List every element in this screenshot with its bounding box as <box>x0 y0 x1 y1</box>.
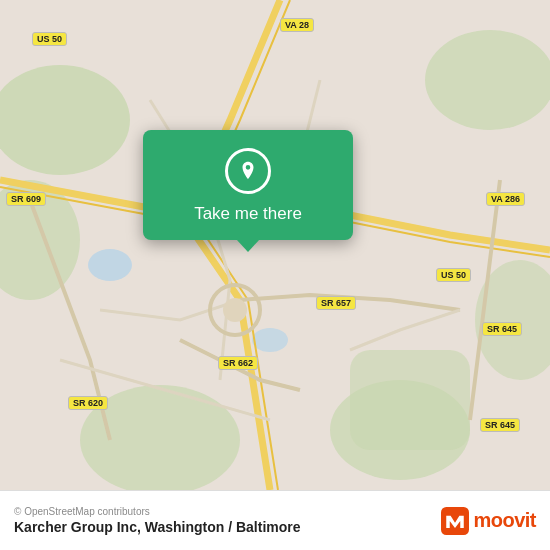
location-pin-icon <box>237 160 259 182</box>
moovit-logo[interactable]: moovit <box>441 507 536 535</box>
road-badge-sr657: SR 657 <box>316 296 356 310</box>
copyright-text: © OpenStreetMap contributors <box>14 506 301 517</box>
road-badge-sr645-bot: SR 645 <box>480 418 520 432</box>
svg-point-8 <box>88 249 132 281</box>
svg-point-9 <box>252 328 288 352</box>
business-name: Karcher Group Inc, Washington / Baltimor… <box>14 519 301 535</box>
footer-info: © OpenStreetMap contributors Karcher Gro… <box>14 506 301 535</box>
moovit-icon <box>441 507 469 535</box>
moovit-text: moovit <box>473 509 536 532</box>
road-badge-sr645-top: SR 645 <box>482 322 522 336</box>
take-me-there-button[interactable]: Take me there <box>194 204 302 224</box>
road-badge-us50-top: US 50 <box>32 32 67 46</box>
map-view: US 50VA 28SR 609VA 286US 50SR 657SR 645S… <box>0 0 550 490</box>
svg-point-11 <box>223 298 247 322</box>
svg-rect-12 <box>441 507 469 535</box>
road-badge-us50-right: US 50 <box>436 268 471 282</box>
location-popup[interactable]: Take me there <box>143 130 353 240</box>
location-icon-circle <box>225 148 271 194</box>
road-badge-sr620: SR 620 <box>68 396 108 410</box>
footer-bar: © OpenStreetMap contributors Karcher Gro… <box>0 490 550 550</box>
road-badge-sr609: SR 609 <box>6 192 46 206</box>
svg-rect-7 <box>350 350 470 450</box>
road-badge-sr662: SR 662 <box>218 356 258 370</box>
road-badge-va286: VA 286 <box>486 192 525 206</box>
road-badge-va28: VA 28 <box>280 18 314 32</box>
svg-point-3 <box>425 30 550 130</box>
